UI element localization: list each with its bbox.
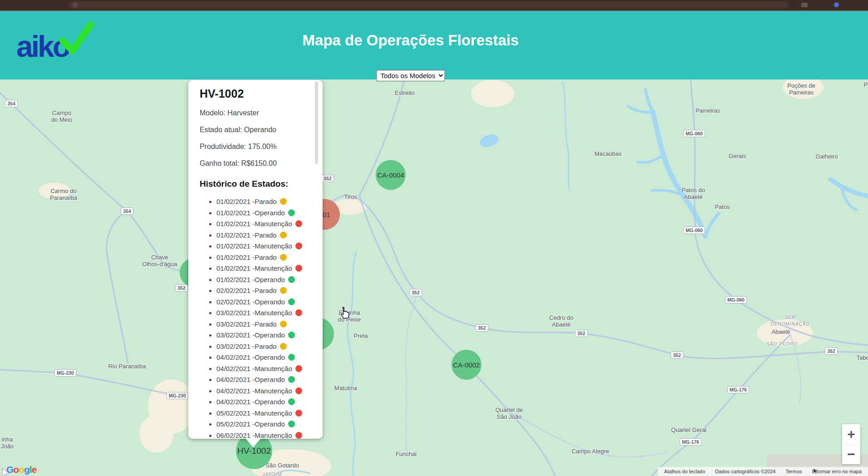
road-badge-352: 352 xyxy=(409,289,422,296)
history-item-label: 01/02/2021 -Parado xyxy=(216,231,277,239)
map-marker-ca-0004[interactable]: CA-0004 xyxy=(376,160,406,190)
history-item: 04/02/2021 -Manutenção xyxy=(216,386,323,397)
road-badge-mg-230: MG-230 xyxy=(54,369,76,377)
history-item: 01/02/2021 -Manutenção xyxy=(216,218,323,230)
status-dot-yellow xyxy=(280,254,287,261)
infowindow-title: HV-1002 xyxy=(200,87,323,100)
history-item: 03/02/2021 -Operando xyxy=(216,330,323,341)
history-item: 03/02/2021 -Manutenção xyxy=(216,307,323,319)
roads xyxy=(0,77,868,476)
history-item-label: 06/02/2021 -Manutenção xyxy=(216,431,292,439)
history-item-label: 01/02/2021 -Operando xyxy=(216,209,285,217)
road-badge-mg-060: MG-060 xyxy=(725,296,747,303)
status-dot-red xyxy=(295,410,302,416)
arrow-cursor-icon xyxy=(2,468,12,476)
history-item: 03/02/2021 -Parado xyxy=(216,319,323,330)
map-marker-ca-0002[interactable]: CA-0002 xyxy=(451,350,481,380)
history-item: 01/02/2021 -Parado xyxy=(216,196,323,208)
urban-patches xyxy=(39,75,824,476)
zoom-in-button[interactable]: + xyxy=(842,424,860,444)
aiko-logo: aiko xyxy=(16,21,116,71)
attribution-termos[interactable]: Termos xyxy=(786,469,802,474)
status-dot-green xyxy=(288,354,295,361)
marker-label: HV-1002 xyxy=(237,446,271,456)
map-label: Matutina xyxy=(334,385,357,392)
history-item: 01/02/2021 -Operando xyxy=(216,208,323,219)
history-item-label: 04/02/2021 -Manutenção xyxy=(216,365,292,372)
logo-checkmark-icon xyxy=(55,18,97,60)
google-logo-letter: o xyxy=(19,464,24,475)
zoom-out-button[interactable]: − xyxy=(842,445,860,465)
status-dot-yellow xyxy=(280,232,287,238)
status-dot-red xyxy=(295,243,302,249)
google-logo-letter: e xyxy=(32,464,37,475)
google-logo-letter: o xyxy=(13,464,19,475)
small-cursor-icon xyxy=(813,468,819,475)
map-label: Poções de Paineiras xyxy=(787,82,815,96)
marker-infowindow: HV-1002 Modelo: HarvesterEstado atual: O… xyxy=(188,80,323,439)
road-badge-354: 354 xyxy=(121,208,133,215)
status-dot-red xyxy=(295,265,302,272)
map-label: P xyxy=(864,81,868,88)
model-filter-select[interactable]: Todos os Modelos xyxy=(377,70,445,81)
history-item-label: 04/02/2021 -Operando xyxy=(216,353,285,361)
history-item-label: 03/02/2021 -Parado xyxy=(216,342,277,350)
road-badge-352: 352 xyxy=(321,175,334,182)
history-item: 04/02/2021 -Manutenção xyxy=(216,363,323,375)
map-label: Taboc xyxy=(857,354,868,361)
status-dot-green xyxy=(288,332,295,338)
map-label: Rio Paranaíba xyxy=(108,363,146,370)
history-item: 05/02/2021 -Operando xyxy=(216,419,323,430)
road-badge-354: 354 xyxy=(5,100,18,107)
lake xyxy=(478,132,500,149)
history-item: 03/02/2021 -Parado xyxy=(216,341,323,352)
map-label: SEM DENOMINAÇÃO xyxy=(771,314,810,327)
history-item-label: 01/02/2021 -Parado xyxy=(216,198,277,205)
browser-profile-icon[interactable] xyxy=(834,2,839,7)
map-label: Estreito xyxy=(395,89,415,96)
infowindow-detail: Produtividade: 175.00% xyxy=(200,143,323,151)
browser-url-bar[interactable] xyxy=(68,1,789,9)
history-item: 01/02/2021 -Manutenção xyxy=(216,241,323,252)
history-item-label: 04/02/2021 -Manutenção xyxy=(216,387,292,395)
marker-label: CA-0002 xyxy=(453,361,480,369)
history-item: 01/02/2021 -Parado xyxy=(216,230,323,241)
status-dot-green xyxy=(288,376,295,383)
attribution-dados-cartogr-ficos-2024: Dados cartográficos ©2024 xyxy=(715,469,775,474)
history-item-label: 01/02/2021 -Manutenção xyxy=(216,264,292,272)
map-label: Patos xyxy=(715,203,730,210)
map-label: Gerais xyxy=(729,153,746,159)
map-label: Tiros xyxy=(344,193,357,200)
browser-extension-icon[interactable] xyxy=(801,3,808,7)
history-item-label: 05/02/2021 -Operando xyxy=(216,420,285,428)
road-badge-mg-176: MG-176 xyxy=(727,386,749,393)
status-dot-red xyxy=(295,220,302,227)
google-logo-letter: g xyxy=(24,464,29,475)
water-bodies xyxy=(272,82,868,476)
history-item-label: 01/02/2021 -Parado xyxy=(216,253,277,261)
history-item-label: 04/02/2021 -Operando xyxy=(216,376,285,383)
history-item-label: 03/02/2021 -Manutenção xyxy=(216,309,292,317)
status-dot-red xyxy=(295,432,302,439)
history-item-label: 02/02/2021 -Operando xyxy=(216,298,285,306)
hand-cursor-icon xyxy=(338,306,352,321)
road-badge-mg-060: MG-060 xyxy=(683,130,705,137)
attribution-atalhos-do-teclado[interactable]: Atalhos do teclado xyxy=(664,469,706,474)
infowindow-scrollbar[interactable] xyxy=(315,81,318,164)
history-item: 04/02/2021 -Operando xyxy=(216,397,323,408)
map-label: Cedro do Abaeté xyxy=(549,314,573,328)
history-item-label: 01/02/2021 -Manutenção xyxy=(216,242,292,250)
road-badge-mg-060: MG-060 xyxy=(683,227,705,234)
history-item: 01/02/2021 -Manutenção xyxy=(216,263,323,274)
road-badge-352: 352 xyxy=(825,347,838,355)
status-dot-green xyxy=(288,276,295,283)
infowindow-detail: Modelo: Harvester xyxy=(200,109,323,117)
status-dot-green xyxy=(288,298,295,305)
road-badge-352: 352 xyxy=(671,352,683,359)
marker-label: CA-0004 xyxy=(377,171,404,179)
map-attribution-bar: Atalhos do tecladoDados cartográficos ©2… xyxy=(658,467,868,476)
history-item: 04/02/2021 -Operando xyxy=(216,374,323,386)
app-window: aiko Mapa de Operações Florestais Todos … xyxy=(0,0,868,476)
map-label: JARDIM xyxy=(262,471,282,476)
map-label: Quartel Geral xyxy=(671,426,706,433)
